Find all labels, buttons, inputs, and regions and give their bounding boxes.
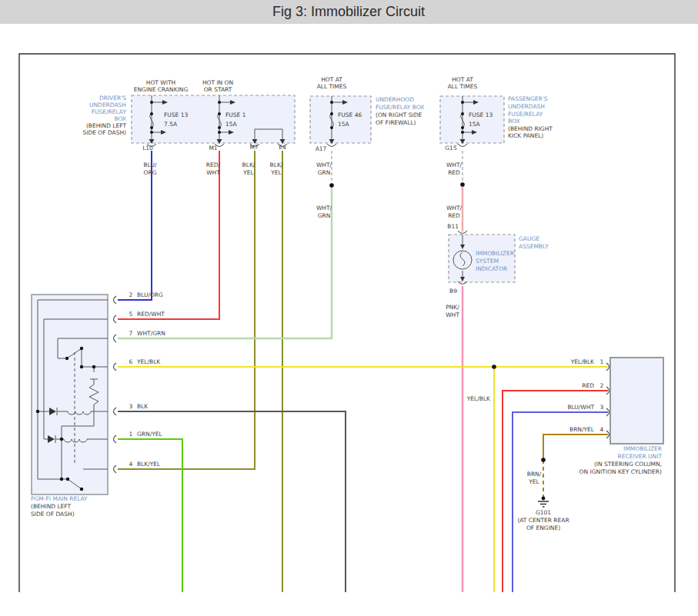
hot-label: HOT IN ON: [202, 79, 233, 86]
immobilizer-circuit-diagram: Fig 3: Immobilizer Circuit HOT WITH ENGI…: [0, 0, 698, 616]
box-name-line: UNDERHOOD: [376, 96, 414, 103]
indicator-label-line: INDICATOR: [476, 265, 507, 272]
underhood-box-labels: UNDERHOOD FUSE/RELAY BOX (ON RIGHT SIDE …: [376, 96, 424, 126]
pin-number: 7: [129, 330, 133, 337]
hot-label: ALL TIMES: [317, 83, 347, 90]
pin-color: BLU/WHT: [567, 404, 594, 411]
wire-color-labels: BLU/ ORG RED/ WHT BLK/ YEL BLK/ YEL WHT/…: [144, 161, 542, 485]
wire-blu-wht: [513, 412, 608, 592]
drivers-box-connector-labels: L10 M1 M7 E4: [142, 144, 286, 152]
pin-color: BRN/YEL: [569, 426, 595, 433]
drivers-box-name: DRIVER'S UNDERDASH FUSE/RELAY BOX: [89, 95, 126, 122]
passengers-fuse-box-outline: [440, 96, 504, 143]
underhood-fuse-box: FUSE 46 15A A17 UNDERHOOD FUSE/RELAY BOX…: [310, 96, 424, 152]
power-headers: HOT WITH ENGINE CRANKING HOT IN ON OR ST…: [134, 76, 478, 93]
hot-label: OR START: [204, 86, 232, 93]
pin-number: 2: [129, 291, 133, 298]
passenger-box-labels: PASSENGER'S UNDERDASH FUSE/RELAY BOX (BE…: [508, 95, 553, 139]
fuse-amp-label: 7.5A: [164, 121, 178, 128]
wire-label: PNK/: [446, 304, 459, 311]
receiver-name-line: IMMOBILIZER: [623, 445, 662, 452]
connector-id: B9: [449, 288, 457, 295]
connector-id: L10: [142, 145, 153, 152]
connector-id: M1: [209, 145, 217, 152]
wire-label: WHT/: [446, 205, 463, 211]
box-location-line: (BEHIND RIGHT: [508, 125, 553, 132]
pin-color: WHT/GRN: [137, 330, 165, 337]
pin-number: 5: [129, 311, 133, 318]
wire-label: WHT/: [446, 161, 463, 168]
pin-color: BLU/ORG: [137, 291, 163, 298]
wire-label: BLK/: [270, 161, 283, 168]
box-location-line: SIDE OF DASH): [82, 129, 126, 136]
relay-pin-connectors: [114, 296, 117, 473]
fuse-label: FUSE 13: [164, 112, 188, 118]
pin-number: 6: [129, 358, 133, 365]
pgm-fi-main-relay: 2 BLU/ORG 5 RED/WHT 7 WHT/GRN 6 YEL/BLK …: [31, 291, 165, 518]
fuse-amp-label: 15A: [338, 121, 350, 128]
indicator-label-line: SYSTEM: [476, 258, 499, 265]
wire-red: [503, 391, 608, 592]
wire-label: YEL: [270, 169, 282, 176]
receiver-pin-connectors: [606, 363, 609, 438]
pin-color: YEL/BLK: [136, 358, 161, 365]
pin-color: GRN/YEL: [137, 431, 162, 438]
wire-label: YEL: [242, 169, 254, 176]
indicator-label-line: IMMOBILIZER: [476, 250, 514, 257]
pin-number: 4: [600, 426, 604, 433]
pin-color: YEL/BLK: [570, 358, 595, 365]
ground-location-line: (AT CENTER REAR: [517, 517, 569, 524]
wire-label: BRN/: [527, 471, 542, 478]
wire-label: WHT: [446, 311, 459, 318]
receiver-pin-labels: YEL/BLK 1 RED 2 BLU/WHT 3 BRN/YEL 4: [567, 358, 603, 433]
wire-blk-yel-m7: [118, 151, 255, 469]
hot-label: ENGINE CRANKING: [134, 86, 189, 93]
wire-label: GRN: [318, 212, 331, 219]
hot-label: ALL TIMES: [448, 83, 478, 90]
page-title: Fig 3: Immobilizer Circuit: [272, 4, 425, 19]
box-name-line: FUSE/RELAY BOX: [376, 104, 424, 111]
hot-label: HOT AT: [321, 76, 342, 83]
relay-outline: [32, 295, 108, 494]
wire-label: BLU/: [144, 161, 157, 168]
pin-color: RED: [582, 382, 594, 389]
connector-id: B11: [447, 223, 459, 230]
connector-id: G15: [445, 145, 457, 152]
box-name-line: FUSE/RELAY: [508, 111, 543, 118]
box-name-line: GAUGE: [519, 235, 539, 242]
wire-label: RED/: [206, 161, 221, 168]
relay-location-line: SIDE OF DASH): [31, 511, 75, 518]
pin-color: BLK/YEL: [137, 461, 161, 468]
wire-label: ORG: [144, 169, 157, 176]
pin-number: 1: [600, 358, 604, 365]
box-location-line: OF FIREWALL): [376, 119, 416, 126]
box-name-line: BOX: [508, 118, 520, 125]
wire-label: GRN: [318, 169, 331, 176]
connector-id: E4: [279, 144, 286, 151]
relay-location-line: (BEHIND LEFT: [31, 503, 72, 510]
wire-label: RED: [448, 169, 460, 176]
pin-number: 1: [129, 431, 133, 438]
fuse-label: FUSE 1: [225, 112, 246, 118]
relay-name: PGM-FI MAIN RELAY: [31, 495, 88, 502]
pin-color: BLK: [137, 403, 149, 410]
title-bar: Fig 3: Immobilizer Circuit: [0, 0, 698, 24]
wire-label: YEL: [528, 478, 539, 485]
gauge-assembly: B11 B9 GAUGE ASSEMBLY IMMOBILIZER SYSTEM…: [447, 223, 549, 295]
box-name-line: PASSENGER'S: [508, 95, 548, 102]
box-location-line: (BEHIND LEFT: [86, 122, 127, 129]
box-name-line: BOX: [114, 115, 126, 122]
box-name-line: ASSEMBLY: [519, 243, 549, 250]
hot-label: HOT AT: [452, 76, 473, 83]
fuse-label: FUSE 13: [469, 112, 493, 118]
box-name-line: FUSE/RELAY: [92, 108, 127, 115]
ground-location-line: OF ENGINE): [526, 524, 560, 531]
connector-id: A17: [316, 145, 327, 152]
receiver-name: IMMOBILIZER RECEIVER UNIT: [618, 445, 663, 460]
passengers-fuse-box: FUSE 13 15A G15 PASSENGER'S UNDERDASH FU…: [440, 95, 553, 152]
box-name-line: UNDERDASH: [89, 102, 126, 108]
receiver-name-labels: IMMOBILIZER RECEIVER UNIT (IN STEERING C…: [579, 445, 663, 475]
drivers-fuse-box: FUSE 13 7.5A FUSE 1 15A: [82, 95, 295, 152]
box-location-line: (ON RIGHT SIDE: [376, 112, 422, 118]
relay-pin-labels: 2 BLU/ORG 5 RED/WHT 7 WHT/GRN 6 YEL/BLK …: [129, 291, 165, 468]
